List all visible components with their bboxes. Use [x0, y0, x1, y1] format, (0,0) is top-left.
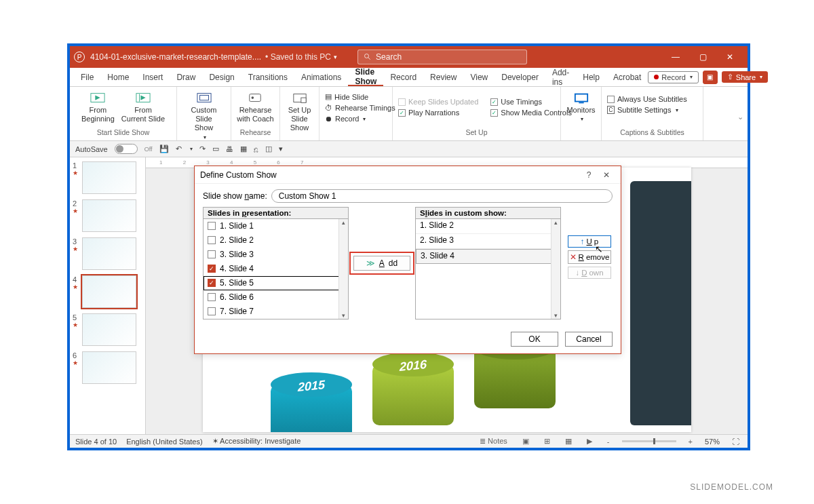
- record-dropdown[interactable]: ⏺ Record ▾: [325, 115, 387, 123]
- dropdown-icon[interactable]: ▾: [334, 54, 337, 60]
- qat-icon[interactable]: ▦: [240, 144, 247, 153]
- list-item[interactable]: 7. Slide 7: [204, 305, 348, 319]
- remove-button[interactable]: ✕ Remove: [568, 250, 611, 264]
- thumbnail-1[interactable]: 1★: [70, 160, 145, 198]
- watermark: SLIDEMODEL.COM: [690, 482, 773, 492]
- from-current-slide-button[interactable]: From Current Slide: [121, 90, 165, 123]
- tab-view[interactable]: View: [463, 68, 495, 86]
- collapse-ribbon-icon[interactable]: ⌄: [737, 113, 743, 121]
- slides-in-presentation-list[interactable]: 1. Slide 1 2. Slide 2 3. Slide 3 ✓4. Sli…: [203, 219, 349, 319]
- normal-view-icon[interactable]: ▣: [520, 437, 532, 446]
- custom-slide-show-button[interactable]: Custom Slide Show▾: [182, 90, 225, 140]
- close-window-button[interactable]: ✕: [716, 47, 743, 67]
- tab-transitions[interactable]: Transitions: [241, 68, 294, 86]
- list-item[interactable]: 2. Slide 3: [416, 234, 560, 249]
- ribbon: From Beginning From Current Slide Start …: [70, 87, 748, 141]
- qat-icon[interactable]: 🖶: [226, 145, 233, 153]
- rehearse-timings-button[interactable]: ⏱ Rehearse Timings: [325, 104, 387, 112]
- ok-button[interactable]: OK: [511, 332, 558, 347]
- notes-button[interactable]: ≣ Notes: [477, 437, 510, 446]
- list-item[interactable]: 1. Slide 2: [416, 219, 560, 234]
- cancel-button[interactable]: Cancel: [565, 332, 613, 347]
- slideshow-view-icon[interactable]: ▶: [584, 437, 595, 446]
- group-label: Set Up: [465, 127, 487, 138]
- list-item[interactable]: ✓4. Slide 4: [204, 262, 348, 276]
- up-button[interactable]: ↑ Up: [568, 235, 611, 248]
- tab-animations[interactable]: Animations: [294, 68, 348, 86]
- present-live-button[interactable]: ▣: [703, 71, 718, 84]
- language-status[interactable]: English (United States): [126, 438, 203, 446]
- zoom-in-icon[interactable]: +: [686, 438, 695, 446]
- zoom-level[interactable]: 57%: [705, 438, 720, 446]
- define-custom-show-dialog: Define Custom Show ? ✕ Slide show name: …: [194, 166, 621, 354]
- always-use-subtitles-checkbox[interactable]: Always Use Subtitles: [607, 95, 687, 103]
- dialog-close-button[interactable]: ✕: [598, 170, 615, 180]
- dialog-help-button[interactable]: ?: [580, 170, 598, 180]
- status-bar: Slide 4 of 10 English (United States) ✶ …: [70, 434, 748, 448]
- slides-in-custom-show-header: Slides in custom show:: [415, 207, 561, 219]
- document-title: 4104-01-exclusive-market-research-templa…: [90, 52, 261, 62]
- search-input[interactable]: Search: [357, 50, 527, 64]
- reading-view-icon[interactable]: ▦: [562, 437, 575, 446]
- tab-addins[interactable]: Add-ins: [545, 68, 576, 86]
- autosave-toggle[interactable]: [115, 144, 138, 154]
- tab-home[interactable]: Home: [100, 68, 136, 86]
- hide-slide-button[interactable]: ▤ Hide Slide: [325, 92, 387, 101]
- arrow-down-icon: ↓: [575, 269, 579, 277]
- use-timings-checkbox[interactable]: ✓Use Timings: [490, 98, 572, 106]
- list-item[interactable]: 3. Slide 4: [416, 249, 560, 264]
- slide-sorter-view-icon[interactable]: ⊞: [541, 437, 553, 446]
- group-label: Captions & Subtitles: [620, 127, 684, 138]
- set-up-slide-show-button[interactable]: Set Up Slide Show: [286, 90, 313, 133]
- tab-file[interactable]: File: [74, 68, 100, 86]
- scrollbar[interactable]: [338, 219, 348, 319]
- undo-icon[interactable]: ↶: [176, 144, 182, 153]
- svg-point-10: [252, 96, 254, 99]
- thumbnail-2[interactable]: 2★: [70, 198, 145, 236]
- from-beginning-button[interactable]: From Beginning: [81, 90, 115, 123]
- tab-design[interactable]: Design: [202, 68, 241, 86]
- qat-icon[interactable]: ⎌: [254, 145, 258, 153]
- add-button[interactable]: ≫Add: [353, 256, 410, 271]
- qat-icon[interactable]: ▭: [212, 144, 219, 153]
- list-item[interactable]: 6. Slide 6: [204, 290, 348, 305]
- share-button[interactable]: ⇧ Share ▾: [722, 71, 768, 83]
- thumbnail-3[interactable]: 3★: [70, 236, 145, 274]
- tab-record[interactable]: Record: [383, 68, 423, 86]
- record-button[interactable]: Record▾: [648, 71, 698, 83]
- slides-in-presentation-header: Slides in presentation:: [203, 207, 349, 219]
- list-item[interactable]: 1. Slide 1: [204, 219, 348, 233]
- qat-icon[interactable]: ◫: [265, 144, 272, 153]
- thumbnail-5[interactable]: 5★: [70, 312, 145, 350]
- save-icon[interactable]: 💾: [159, 144, 169, 153]
- save-status: • Saved to this PC: [265, 52, 331, 62]
- zoom-out-icon[interactable]: -: [604, 438, 613, 446]
- list-item[interactable]: ✓5. Slide 5: [204, 276, 348, 290]
- tab-review[interactable]: Review: [423, 68, 463, 86]
- tab-developer[interactable]: Developer: [495, 68, 545, 86]
- tab-insert[interactable]: Insert: [136, 68, 170, 86]
- thumbnail-6[interactable]: 6★: [70, 350, 145, 388]
- list-item[interactable]: 3. Slide 3: [204, 248, 348, 262]
- tab-acrobat[interactable]: Acrobat: [606, 68, 648, 86]
- slides-in-custom-show-list[interactable]: 1. Slide 2 2. Slide 3 3. Slide 4: [415, 219, 561, 319]
- tab-slide-show[interactable]: Slide Show: [348, 68, 383, 86]
- tab-help[interactable]: Help: [576, 68, 606, 86]
- scrollbar[interactable]: [551, 219, 560, 319]
- zoom-slider[interactable]: [622, 440, 676, 442]
- thumbnail-4[interactable]: 4★: [70, 274, 145, 312]
- accessibility-status[interactable]: ✶ Accessibility: Investigate: [212, 437, 301, 446]
- minimize-button[interactable]: —: [662, 47, 689, 67]
- tab-draw[interactable]: Draw: [170, 68, 202, 86]
- rehearse-with-coach-button[interactable]: Rehearse with Coach: [237, 90, 273, 123]
- monitors-button[interactable]: Monitors▾: [566, 90, 595, 123]
- down-button: ↓ Down: [568, 267, 611, 279]
- maximize-button[interactable]: ▢: [689, 47, 716, 67]
- subtitle-settings-button[interactable]: 🄲 Subtitle Settings ▾: [607, 106, 687, 114]
- play-narrations-checkbox[interactable]: ✓Play Narrations: [398, 109, 478, 117]
- slide-show-name-input[interactable]: [271, 189, 613, 203]
- list-item[interactable]: 2. Slide 2: [204, 233, 348, 248]
- show-media-controls-checkbox[interactable]: ✓Show Media Controls: [490, 109, 572, 117]
- qat-more-icon[interactable]: ▾: [279, 144, 283, 153]
- fit-to-window-icon[interactable]: ⛶: [729, 438, 742, 446]
